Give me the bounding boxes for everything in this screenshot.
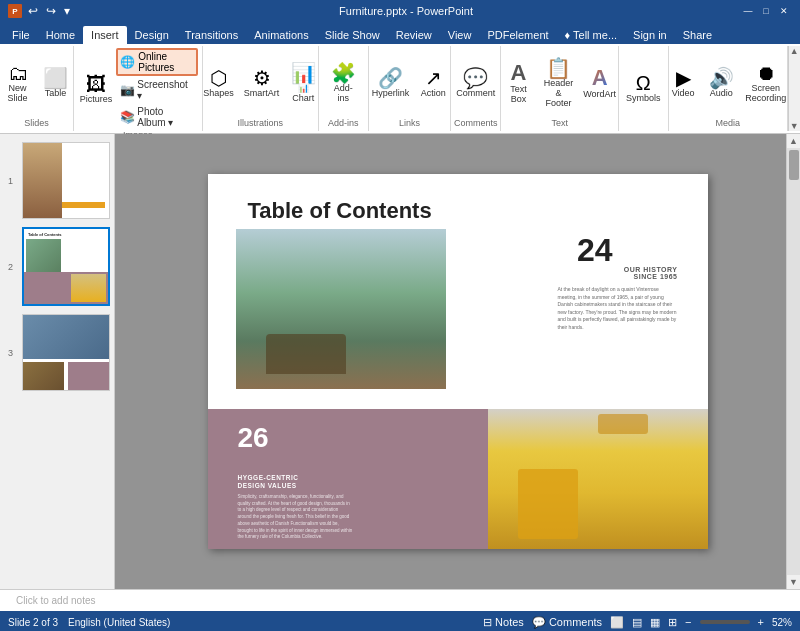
tab-share[interactable]: Share (675, 26, 720, 44)
slides-group-label: Slides (24, 118, 49, 129)
slide-thumbnail-1[interactable]: COLUMBIACOLLECTIVE (22, 142, 110, 219)
restore-button[interactable]: □ (758, 4, 774, 18)
tab-home[interactable]: Home (38, 26, 83, 44)
hyperlink-button[interactable]: 🔗 Hyperlink (368, 66, 414, 100)
minimize-button[interactable]: — (740, 4, 756, 18)
ribbon-group-symbols: Ω Symbols (619, 46, 669, 131)
thumb3-top-image (23, 315, 109, 359)
zoom-out-button[interactable]: − (685, 616, 691, 628)
scroll-down-arrow[interactable]: ▼ (787, 575, 800, 589)
tab-insert[interactable]: Insert (83, 26, 127, 44)
ribbon: 🗂 NewSlide ⬜ Table Slides 🖼 Pictures 🌐 O… (0, 44, 800, 134)
header-footer-button[interactable]: 📋 Header& Footer (538, 56, 578, 110)
audio-icon: 🔊 (709, 68, 734, 88)
scroll-track[interactable] (787, 148, 800, 575)
tab-signin[interactable]: Sign in (625, 26, 675, 44)
pictures-icon: 🖼 (86, 74, 106, 94)
shapes-button[interactable]: ⬡ Shapes (199, 66, 238, 100)
tab-pdfelement[interactable]: PDFelement (479, 26, 556, 44)
online-pictures-label: Online Pictures (138, 51, 193, 73)
customize-quick-access[interactable]: ▾ (62, 4, 72, 18)
ribbon-group-addins: 🧩 Add-ins Add-ins (319, 46, 369, 131)
notes-area[interactable]: Click to add notes (0, 589, 800, 611)
notes-placeholder: Click to add notes (16, 595, 96, 606)
slide-number-2: 2 (8, 262, 13, 272)
slide-number-3: 3 (8, 348, 13, 358)
new-slide-button[interactable]: 🗂 NewSlide (0, 61, 36, 105)
smartart-icon: ⚙ (253, 68, 271, 88)
chart-button[interactable]: 📊 📊 Chart (285, 61, 321, 105)
table-button[interactable]: ⬜ Table (38, 66, 74, 100)
zoom-in-button[interactable]: + (758, 616, 764, 628)
action-button[interactable]: ↗ Action (415, 66, 451, 100)
close-button[interactable]: ✕ (776, 4, 792, 18)
tab-view[interactable]: View (440, 26, 480, 44)
redo-button[interactable]: ↪ (44, 4, 58, 18)
text-group-label: Text (551, 118, 568, 129)
wordart-button[interactable]: A WordArt (580, 65, 618, 101)
symbols-button[interactable]: Ω Symbols (622, 71, 665, 105)
tab-file[interactable]: File (4, 26, 38, 44)
audio-button[interactable]: 🔊 Audio (703, 66, 739, 100)
slide-thumbnail-2[interactable]: Table of Contents (22, 227, 110, 306)
slide-thumb-container-2: 2 Table of Contents (22, 227, 110, 306)
photo-album-button[interactable]: 📚 Photo Album ▾ (116, 104, 197, 130)
video-button[interactable]: ▶ Video (665, 66, 701, 100)
vertical-scrollbar: ▲ ▼ (786, 134, 800, 589)
notes-button[interactable]: ⊟ Notes (483, 616, 524, 629)
action-icon: ↗ (425, 68, 442, 88)
header-footer-icon: 📋 (546, 58, 571, 78)
slide-count: Slide 2 of 3 (8, 617, 58, 628)
slide-number-1: 1 (8, 176, 13, 186)
tab-animations[interactable]: Animations (246, 26, 316, 44)
tab-design[interactable]: Design (127, 26, 177, 44)
window-title: Furniture.pptx - PowerPoint (339, 5, 473, 17)
chart-label: 📊 (298, 83, 309, 93)
new-slide-icon: 🗂 (8, 63, 28, 83)
tab-review[interactable]: Review (388, 26, 440, 44)
thumb3-left-image (23, 362, 64, 390)
normal-view-button[interactable]: ⬜ (610, 616, 624, 629)
screen-recording-button[interactable]: ⏺ ScreenRecording (741, 61, 790, 105)
section2-text: Simplicity, craftsmanship, elegance, fun… (238, 494, 353, 541)
slide-canvas[interactable]: Table of Contents 24 OUR HISTORY SINCE 1… (208, 174, 708, 549)
pictures-button[interactable]: 🖼 Pictures (78, 72, 114, 106)
media-group-label: Media (715, 118, 740, 129)
addins-button[interactable]: 🧩 Add-ins (325, 61, 361, 105)
symbols-icon: Ω (636, 73, 651, 93)
section2-heading2: DESIGN VALUES (238, 482, 297, 489)
screen-recording-icon: ⏺ (756, 63, 776, 83)
smartart-button[interactable]: ⚙ SmartArt (240, 66, 284, 100)
section2-heading1: HYGGE-CENTRIC (238, 474, 299, 481)
sofa-body (266, 334, 346, 374)
tab-transitions[interactable]: Transitions (177, 26, 246, 44)
slide-thumbnail-3[interactable] (22, 314, 110, 391)
ribbon-scroll: ▲ ▼ (788, 46, 800, 131)
ribbon-group-media: ▶ Video 🔊 Audio ⏺ ScreenRecording Media (669, 46, 788, 131)
slide-sorter-button[interactable]: ▤ (632, 616, 642, 629)
thumb3-right-purple (68, 362, 109, 390)
shapes-icon: ⬡ (210, 68, 227, 88)
comment-button[interactable]: 💬 Comment (452, 66, 499, 100)
screenshot-button[interactable]: 📷 Screenshot ▾ (116, 77, 197, 103)
textbox-button[interactable]: A TextBox (500, 60, 536, 106)
ribbon-scroll-up[interactable]: ▲ (790, 46, 799, 56)
scroll-up-arrow[interactable]: ▲ (787, 134, 800, 148)
screenshot-label: Screenshot ▾ (137, 79, 193, 101)
tab-slideshow[interactable]: Slide Show (317, 26, 388, 44)
title-bar: P ↩ ↪ ▾ Furniture.pptx - PowerPoint — □ … (0, 0, 800, 22)
section1-text: At the break of daylight on a quaint Vin… (558, 286, 678, 331)
app-icon: P (8, 4, 22, 18)
online-pictures-button[interactable]: 🌐 Online Pictures (116, 48, 197, 76)
scroll-thumb[interactable] (789, 150, 799, 180)
tab-tellme[interactable]: ♦ Tell me... (557, 26, 625, 44)
status-bar: Slide 2 of 3 English (United States) ⊟ N… (0, 611, 800, 631)
undo-button[interactable]: ↩ (26, 4, 40, 18)
zoom-slider[interactable] (700, 620, 750, 624)
slide-thumb-container-3: 3 (22, 314, 110, 391)
reading-view-button[interactable]: ▦ (650, 616, 660, 629)
wordart-icon: A (592, 67, 608, 89)
slideshow-button[interactable]: ⊞ (668, 616, 677, 629)
ribbon-scroll-down[interactable]: ▼ (790, 121, 799, 131)
comments-button[interactable]: 💬 Comments (532, 616, 602, 629)
